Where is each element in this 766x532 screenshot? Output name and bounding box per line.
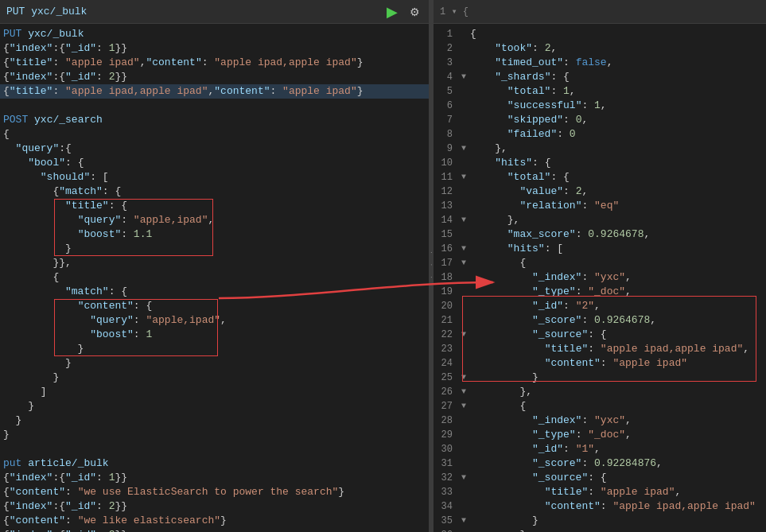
left-line-text-1: {"index":{"_id": 1}} [0, 41, 127, 56]
fold-btn-3 [459, 56, 469, 70]
line-number-14: 14 [434, 213, 459, 227]
line-number-20: 20 [434, 299, 459, 313]
right-line-36: 36 ▼ } [434, 528, 766, 532]
fold-btn-2 [459, 41, 469, 56]
left-line-text-15: } [0, 242, 72, 256]
left-line-text-7: { [0, 127, 10, 142]
fold-btn-26[interactable]: ▼ [459, 385, 469, 399]
right-line-29: 29 "_type": "_doc", [434, 428, 766, 442]
line-number-32: 32 [434, 471, 459, 485]
right-line-34: 34 "content": "apple ipad,apple ipad" [434, 499, 766, 514]
right-line-4: 4 ▼ "_shards": { [434, 70, 766, 84]
fold-btn-24 [459, 356, 469, 371]
fold-btn-28 [459, 414, 469, 428]
left-line-text-6: POST yxc/_search [0, 113, 103, 127]
right-line-text-12: "value": 2, [469, 184, 588, 199]
left-panel: PUT yxc/_bulk ▶ ⚙ PUT yxc/_bulk {"index"… [0, 0, 430, 532]
fold-btn-20 [459, 299, 469, 313]
left-line-9: "bool": { [0, 156, 429, 170]
fold-btn-9[interactable]: ▼ [459, 142, 469, 156]
left-line-4: {"title": "apple ipad,apple ipad","conte… [0, 84, 429, 99]
fold-btn-14[interactable]: ▼ [459, 213, 469, 227]
right-line-26: 26 ▼ }, [434, 385, 766, 399]
fold-btn-32[interactable]: ▼ [459, 471, 469, 485]
left-line-text-11: {"match": { [0, 184, 121, 199]
line-number-18: 18 [434, 270, 459, 285]
fold-btn-7 [459, 113, 469, 127]
right-line-14: 14 ▼ }, [434, 213, 766, 227]
fold-btn-10 [459, 156, 469, 170]
right-line-text-13: "relation": "eq" [469, 199, 619, 213]
line-number-3: 3 [434, 56, 459, 70]
right-line-35: 35 ▼ } [434, 514, 766, 528]
right-line-text-30: "_id": "1", [469, 442, 601, 456]
left-line-text-21: "boost": 1 [0, 328, 152, 342]
left-line-24: } [0, 371, 429, 385]
fold-btn-4[interactable]: ▼ [459, 70, 469, 84]
wrench-button[interactable]: ⚙ [406, 4, 422, 20]
right-line-16: 16 ▼ "hits": [ [434, 242, 766, 256]
right-line-20: 20 "_id": "2", [434, 299, 766, 313]
fold-btn-27[interactable]: ▼ [459, 399, 469, 414]
right-line-text-24: "content": "apple ipad" [469, 356, 687, 371]
right-line-22: 22 ▼ "_source": { [434, 328, 766, 342]
right-line-text-21: "_score": 0.9264678, [469, 313, 656, 328]
left-line-23: } [0, 356, 429, 371]
line-number-30: 30 [434, 442, 459, 456]
fold-btn-29 [459, 428, 469, 442]
fold-btn-16[interactable]: ▼ [459, 242, 469, 256]
right-line-text-29: "_type": "_doc", [469, 428, 632, 442]
fold-btn-11[interactable]: ▼ [459, 170, 469, 184]
right-line-text-27: { [469, 399, 526, 414]
right-line-12: 12 "value": 2, [434, 184, 766, 199]
right-line-text-23: "title": "apple ipad,apple ipad", [469, 342, 749, 356]
right-line-text-7: "skipped": 0, [469, 113, 588, 127]
right-line-2: 2 "took": 2, [434, 41, 766, 56]
fold-btn-23 [459, 342, 469, 356]
left-line-6: POST yxc/_search [0, 113, 429, 127]
line-number-5: 5 [434, 84, 459, 99]
fold-btn-5 [459, 84, 469, 99]
right-line-19: 19 "_type": "_doc", [434, 285, 766, 299]
left-line-text-34: {"content": "we like elasticsearch"} [0, 514, 227, 528]
left-line-text-32: {"content": "we use ElasticSearch to pow… [0, 485, 344, 499]
right-line-8: 8 "failed": 0 [434, 127, 766, 142]
left-line-34: {"content": "we like elasticsearch"} [0, 514, 429, 528]
line-number-25: 25 [434, 371, 459, 385]
run-button[interactable]: ▶ [384, 4, 400, 20]
fold-btn-30 [459, 442, 469, 456]
right-line-15: 15 "max_score": 0.9264678, [434, 227, 766, 242]
line-number-22: 22 [434, 328, 459, 342]
left-line-text-0: PUT yxc/_bulk [0, 27, 84, 41]
left-line-text-8: "query":{ [0, 142, 72, 156]
fold-btn-18 [459, 270, 469, 285]
left-line-text-20: "query": "apple,ipad", [0, 313, 227, 328]
right-line-text-8: "failed": 0 [469, 127, 576, 142]
fold-btn-34 [459, 499, 469, 514]
fold-btn-12 [459, 184, 469, 199]
right-line-text-2: "took": 2, [469, 41, 557, 56]
right-line-21: 21 "_score": 0.9264678, [434, 313, 766, 328]
fold-btn-35[interactable]: ▼ [459, 514, 469, 528]
fold-btn-25[interactable]: ▼ [459, 371, 469, 385]
fold-btn-22[interactable]: ▼ [459, 328, 469, 342]
line-number-8: 8 [434, 127, 459, 142]
right-line-3: 3 "timed_out": false, [434, 56, 766, 70]
left-line-12: "title": { [0, 199, 429, 213]
fold-btn-36[interactable]: ▼ [459, 528, 469, 532]
right-line-1: 1 { [434, 27, 766, 41]
left-line-text-16: }}, [0, 256, 72, 270]
left-line-10: "should": [ [0, 170, 429, 184]
right-line-5: 5 "total": 1, [434, 84, 766, 99]
left-line-0: PUT yxc/_bulk [0, 27, 429, 41]
left-line-text-9: "bool": { [0, 156, 84, 170]
fold-btn-17[interactable]: ▼ [459, 256, 469, 270]
left-toolbar: PUT yxc/_bulk ▶ ⚙ [0, 0, 429, 24]
left-line-15: } [0, 242, 429, 256]
line-number-2: 2 [434, 41, 459, 56]
line-number-29: 29 [434, 428, 459, 442]
left-line-13: "query": "apple,ipad", [0, 213, 429, 227]
left-line-18: "match": { [0, 285, 429, 299]
left-line-text-33: {"index":{"_id": 2}} [0, 499, 127, 514]
line-number-4: 4 [434, 70, 459, 84]
